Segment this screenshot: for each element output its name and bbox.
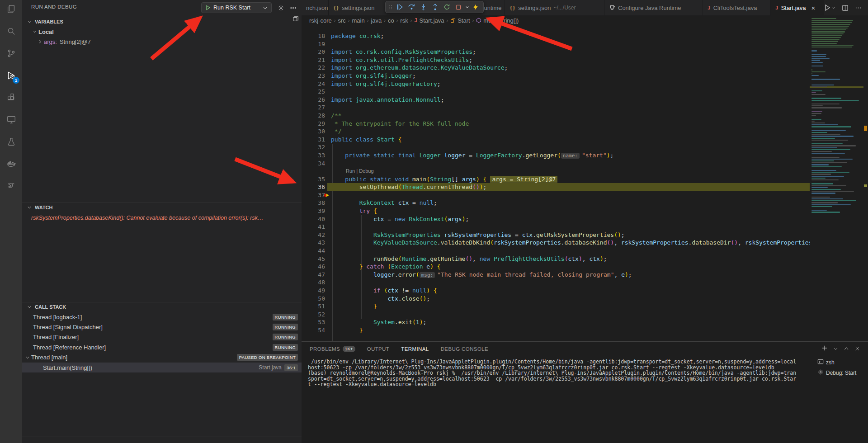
code-line-43[interactable]: 43 KeyValueDataSource.validateDbKind(rsk… xyxy=(302,239,810,247)
stop-dropdown-chevron-icon[interactable] xyxy=(464,1,470,13)
breadcrumb-item-start-java[interactable]: JStart.java xyxy=(414,17,444,24)
call-stack-thread[interactable]: Thread [main]PAUSED ON BREAKPOINT xyxy=(22,353,302,363)
tab-settings-json[interactable]: {}settings.json~/.../User xyxy=(505,0,604,15)
call-stack-frame-selected[interactable]: Start.main(String[]) Start.java 36:1 xyxy=(22,363,302,372)
drag-handle[interactable] xyxy=(387,1,394,13)
tab-clitoolstest-java[interactable]: JCliToolsTest.java xyxy=(703,0,771,15)
watch-expression[interactable]: rskSystemProperties.databaseKind(): Cann… xyxy=(22,213,302,223)
call-stack-thread[interactable]: Thread [Finalizer]RUNNING xyxy=(22,332,302,342)
close-panel-icon[interactable] xyxy=(854,345,860,353)
tab-settings-json[interactable]: {}settings.json xyxy=(329,0,394,15)
code-line-54[interactable]: 54 } xyxy=(302,326,810,335)
editor-more-actions-icon[interactable] xyxy=(855,5,862,11)
extensions-icon[interactable] xyxy=(0,88,22,108)
code-line-25[interactable]: 25 xyxy=(302,88,810,96)
source-control-icon[interactable] xyxy=(0,43,22,63)
code-line-51[interactable]: 51 } xyxy=(302,302,810,311)
restart-icon[interactable] xyxy=(441,1,453,13)
code-line-35[interactable]: 35 public static void main(String[] args… xyxy=(302,175,810,184)
run-java-button[interactable] xyxy=(824,4,835,11)
call-stack-thread[interactable]: Thread [Reference Handler]RUNNING xyxy=(22,342,302,352)
code-line-27[interactable]: 27 xyxy=(302,104,810,112)
maximize-panel-icon[interactable] xyxy=(844,345,849,353)
code-editor[interactable]: 18package co.rsk;1920import co.rsk.confi… xyxy=(302,25,810,341)
breadcrumb-item-main-string-[interactable]: main(String[]) xyxy=(476,17,519,24)
code-line-53[interactable]: 53 System.exit(1); xyxy=(302,318,810,326)
minimap[interactable] xyxy=(810,18,863,226)
breadcrumb-item-main[interactable]: main xyxy=(352,17,365,24)
code-line-42[interactable]: 42 RskSystemProperties rskSystemProperti… xyxy=(302,231,810,239)
code-line-33[interactable]: 33 private static final Logger logger = … xyxy=(302,151,810,160)
code-line-37[interactable]: 37 xyxy=(302,191,810,199)
code-line-28[interactable]: 28/** xyxy=(302,112,810,120)
variables-section-header[interactable]: VARIABLES xyxy=(22,17,302,26)
code-line-29[interactable]: 29 * The entrypoint for the RSK full nod… xyxy=(302,120,810,128)
search-icon[interactable] xyxy=(0,21,22,41)
gradle-icon[interactable] xyxy=(0,176,22,196)
code-line-41[interactable]: 41 xyxy=(302,223,810,231)
breadcrumb-item-rskj-core[interactable]: rskj-core xyxy=(309,17,332,24)
terminal-instance-zsh[interactable]: zsh xyxy=(814,357,867,368)
run-and-debug-icon[interactable]: 1 xyxy=(0,66,22,85)
tab-configure-java-runtime[interactable]: Configure Java Runtime xyxy=(604,0,703,15)
code-line-40[interactable]: 40 ctx = new RskContext(args); xyxy=(302,215,810,223)
code-line-24[interactable]: 24import org.slf4j.LoggerFactory; xyxy=(302,80,810,88)
code-line-46[interactable]: 46 } catch (Exception e) { xyxy=(302,263,810,271)
debug-settings-gear-icon[interactable] xyxy=(277,4,285,12)
remote-explorer-icon[interactable] xyxy=(0,110,22,130)
split-editor-icon[interactable] xyxy=(842,5,849,11)
code-line-22[interactable]: 22import org.ethereum.datasource.KeyValu… xyxy=(302,64,810,72)
codelens-run-debug[interactable]: Run | Debug xyxy=(302,167,810,175)
docker-icon[interactable] xyxy=(0,154,22,174)
code-line-18[interactable]: 18package co.rsk; xyxy=(302,32,810,40)
terminal-output[interactable]: /usr/bin/env /Library/Internet\ Plug-Ins… xyxy=(308,359,809,387)
new-terminal-icon[interactable] xyxy=(821,345,828,353)
call-stack-section-header[interactable]: CALL STACK xyxy=(22,302,302,311)
step-into-icon[interactable] xyxy=(417,1,429,13)
breadcrumb-item-co[interactable]: co xyxy=(388,17,394,24)
code-line-48[interactable]: 48 xyxy=(302,278,810,287)
breadcrumb-item-src[interactable]: src xyxy=(338,17,346,24)
step-out-icon[interactable] xyxy=(429,1,441,13)
call-stack-thread[interactable]: Thread [Signal Dispatcher]RUNNING xyxy=(22,322,302,332)
hot-code-replace-icon[interactable] xyxy=(470,1,481,13)
watch-section-header[interactable]: WATCH xyxy=(22,203,302,212)
panel-tab-debug-console[interactable]: DEBUG CONSOLE xyxy=(441,342,489,356)
close-tab-icon[interactable]: × xyxy=(811,4,816,12)
code-line-36[interactable]: 36 setUpThread(Thread.currentThread()); xyxy=(302,183,810,191)
panel-tab-output[interactable]: OUTPUT xyxy=(367,342,390,356)
code-line-30[interactable]: 30 */ xyxy=(302,127,810,136)
code-line-50[interactable]: 50 ctx.close(); xyxy=(302,295,810,303)
code-line-38[interactable]: 38 RskContext ctx = null; xyxy=(302,199,810,207)
testing-icon[interactable] xyxy=(0,132,22,152)
code-line-23[interactable]: 23import org.slf4j.Logger; xyxy=(302,72,810,80)
code-line-21[interactable]: 21import co.rsk.util.PreflightChecksUtil… xyxy=(302,56,810,64)
continue-icon[interactable] xyxy=(394,1,406,13)
code-line-32[interactable]: 32 xyxy=(302,143,810,151)
code-line-19[interactable]: 19 xyxy=(302,40,810,48)
panel-tab-terminal[interactable]: TERMINAL xyxy=(401,342,429,356)
variables-scope-local[interactable]: Local xyxy=(22,27,302,37)
code-line-20[interactable]: 20import co.rsk.config.RskSystemProperti… xyxy=(302,48,810,56)
panel-tab-problems[interactable]: PROBLEMS1K+ xyxy=(310,342,355,356)
stop-icon[interactable] xyxy=(453,1,464,13)
code-line-45[interactable]: 45 runNode(Runtime.getRuntime(), new Pre… xyxy=(302,255,810,263)
code-line-52[interactable]: 52 xyxy=(302,311,810,319)
terminal-dropdown-icon[interactable] xyxy=(833,345,838,353)
breadcrumb-item-rsk[interactable]: rsk xyxy=(400,17,408,24)
breadcrumb-item-java[interactable]: java xyxy=(371,17,382,24)
code-line-39[interactable]: 39 try { xyxy=(302,207,810,215)
variable-args[interactable]: args: String[2]@7 xyxy=(22,37,302,47)
launch-config-dropdown[interactable]: Run RSK Start xyxy=(201,2,272,13)
code-line-47[interactable]: 47 logger.error(msg:"The RSK node main t… xyxy=(302,271,810,279)
sidebar-more-actions-icon[interactable] xyxy=(289,4,297,12)
step-over-icon[interactable] xyxy=(406,1,417,13)
terminal-instance-debug-start[interactable]: Debug: Start xyxy=(814,368,867,378)
code-line-34[interactable]: 34 xyxy=(302,160,810,168)
code-line-31[interactable]: 31public class Start { xyxy=(302,136,810,144)
call-stack-thread[interactable]: Thread [logback-1]RUNNING xyxy=(22,312,302,322)
breadcrumb-item-start[interactable]: Start xyxy=(450,17,470,24)
explorer-icon[interactable] xyxy=(0,0,22,19)
code-line-44[interactable]: 44 xyxy=(302,247,810,255)
tab-nch-json[interactable]: nch.json xyxy=(302,0,329,15)
